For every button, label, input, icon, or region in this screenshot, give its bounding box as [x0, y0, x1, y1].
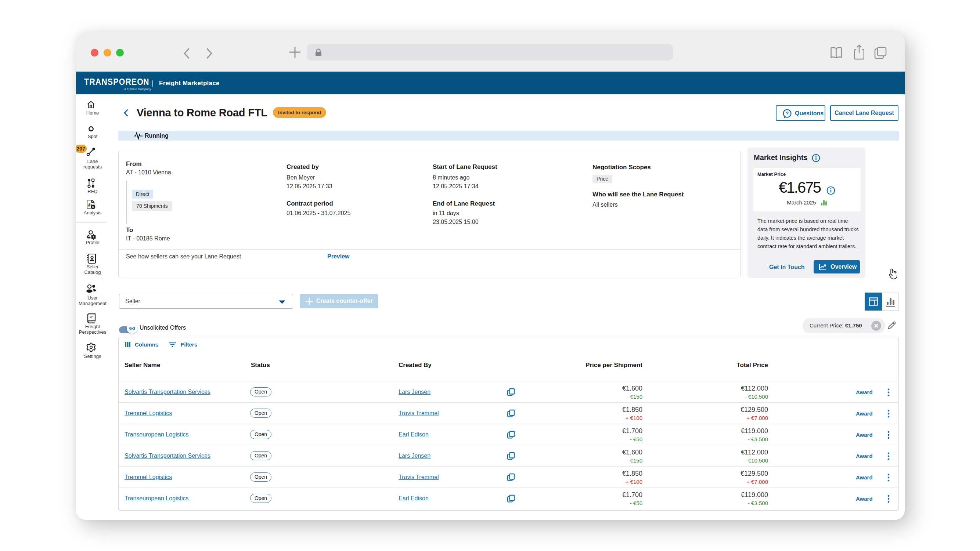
svg-text:$: $ [92, 205, 94, 209]
svg-text:?: ? [786, 111, 789, 116]
